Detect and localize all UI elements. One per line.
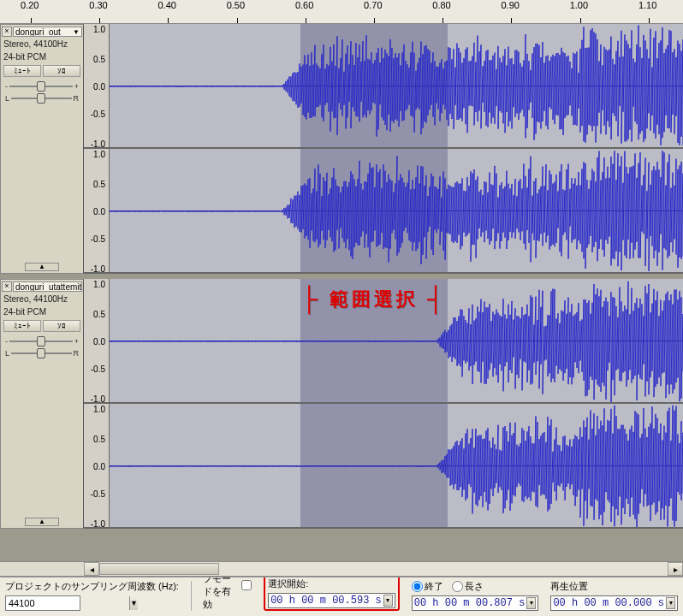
- amplitude-scale: 1.00.50.0-0.5-1.0: [84, 404, 110, 527]
- track-control-panel: × donguri_utattemit ▼ Stereo, 44100Hz 24…: [0, 279, 84, 529]
- mute-button[interactable]: ﾐｭｰﾄ: [3, 65, 41, 77]
- track-collapse-button[interactable]: ▲: [25, 263, 59, 271]
- selection-start-highlight: 選択開始: 00 h 00 m 00.593 s ▾: [264, 577, 400, 611]
- ruler-tick: 0.30: [99, 0, 117, 23]
- project-rate-input[interactable]: [6, 596, 129, 610]
- ruler-tick: 0.70: [374, 0, 392, 23]
- waveform-plot[interactable]: [110, 149, 683, 272]
- waveform-channel[interactable]: 1.00.50.0-0.5-1.0: [84, 149, 683, 274]
- ruler-tick: 1.00: [580, 0, 598, 23]
- track-row: × donguri_utattemit ▼ Stereo, 44100Hz 24…: [0, 279, 683, 529]
- selection-end-timebox[interactable]: 00 h 00 m 00.807 s ▾: [412, 595, 539, 611]
- track-row: × donguri_out ▼ Stereo, 44100Hz 24-bit P…: [0, 24, 683, 274]
- dropdown-icon[interactable]: ▾: [526, 597, 536, 609]
- scroll-left-button[interactable]: ◂: [84, 562, 99, 576]
- track-format-label: Stereo, 44100Hz: [2, 293, 82, 305]
- project-rate-group: プロジェクトのサンプリング周波数 (Hz): ▼: [5, 580, 179, 611]
- track-control-panel: × donguri_out ▼ Stereo, 44100Hz 24-bit P…: [0, 24, 84, 274]
- ruler-tick: 0.40: [168, 0, 186, 23]
- gain-slider[interactable]: - +: [5, 82, 79, 91]
- amplitude-scale: 1.00.50.0-0.5-1.0: [84, 149, 110, 272]
- waveform-channel[interactable]: 1.00.50.0-0.5-1.0: [84, 404, 683, 529]
- track-name-dropdown[interactable]: donguri_utattemit ▼: [13, 281, 82, 292]
- ruler-tick: 0.90: [511, 0, 529, 23]
- waveform-column[interactable]: 1.00.50.0-0.5-1.0 1.00.50.0-0.5-1.0: [84, 279, 683, 529]
- waveform-channel[interactable]: 1.00.50.0-0.5-1.0: [84, 24, 683, 149]
- waveform-plot[interactable]: [110, 404, 683, 527]
- track-format-label: Stereo, 44100Hz: [2, 38, 82, 50]
- close-track-button[interactable]: ×: [2, 281, 12, 292]
- waveform-plot[interactable]: [110, 279, 683, 402]
- dropdown-icon[interactable]: ▾: [666, 597, 675, 609]
- dropdown-icon[interactable]: ▼: [129, 596, 138, 610]
- project-rate-combo[interactable]: ▼: [5, 595, 80, 611]
- selection-start-label: 選択開始:: [268, 578, 395, 590]
- track-bitdepth-label: 24-bit PCM: [2, 50, 82, 63]
- selection-toolbar: プロジェクトのサンプリング周波数 (Hz): ▼ スナップモードを有効 選択開始…: [0, 577, 683, 616]
- track-collapse-button[interactable]: ▲: [25, 518, 59, 526]
- ruler-tick: 1.10: [649, 0, 667, 23]
- ruler-tick: 0.60: [306, 0, 324, 23]
- pan-slider[interactable]: L R: [5, 94, 79, 103]
- close-track-button[interactable]: ×: [2, 27, 12, 37]
- waveform-channel[interactable]: 1.00.50.0-0.5-1.0: [84, 279, 683, 404]
- tracks-area: × donguri_out ▼ Stereo, 44100Hz 24-bit P…: [0, 24, 683, 561]
- scroll-thumb[interactable]: [99, 563, 219, 575]
- selection-start-timebox[interactable]: 00 h 00 m 00.593 s ▾: [268, 593, 395, 608]
- track-name-dropdown[interactable]: donguri_out ▼: [13, 27, 82, 37]
- pan-slider[interactable]: L R: [5, 349, 79, 358]
- play-position-label: 再生位置: [550, 580, 678, 593]
- scroll-right-button[interactable]: ▸: [668, 562, 683, 576]
- mute-button[interactable]: ﾐｭｰﾄ: [3, 320, 41, 332]
- project-rate-label: プロジェクトのサンプリング周波数 (Hz):: [5, 580, 179, 593]
- timeline-ruler[interactable]: 0.200.300.400.500.600.700.800.901.001.10: [0, 0, 683, 24]
- waveform-plot[interactable]: [110, 24, 683, 147]
- chevron-down-icon: ▼: [81, 283, 82, 291]
- ruler-tick: 0.20: [31, 0, 49, 23]
- amplitude-scale: 1.00.50.0-0.5-1.0: [84, 279, 110, 402]
- ruler-tick: 0.80: [442, 0, 460, 23]
- ruler-tick: 0.50: [237, 0, 255, 23]
- solo-button[interactable]: ｿﾛ: [43, 320, 80, 332]
- track-bitdepth-label: 24-bit PCM: [2, 305, 82, 318]
- snap-checkbox[interactable]: スナップモードを有効: [203, 577, 252, 611]
- solo-button[interactable]: ｿﾛ: [43, 65, 80, 77]
- amplitude-scale: 1.00.50.0-0.5-1.0: [84, 24, 110, 147]
- length-radio[interactable]: 長さ: [452, 580, 484, 593]
- end-radio[interactable]: 終了: [412, 580, 443, 593]
- gain-slider[interactable]: - +: [5, 337, 79, 346]
- play-position-timebox[interactable]: 00 h 00 m 00.000 s ▾: [550, 595, 678, 611]
- horizontal-scrollbar[interactable]: ◂ ▸: [0, 561, 683, 577]
- dropdown-icon[interactable]: ▾: [383, 595, 393, 607]
- waveform-column[interactable]: 1.00.50.0-0.5-1.0 1.00.50.0-0.5-1.0: [84, 24, 683, 274]
- chevron-down-icon: ▼: [73, 28, 80, 36]
- selection-mode-radios: 終了 長さ: [412, 580, 539, 593]
